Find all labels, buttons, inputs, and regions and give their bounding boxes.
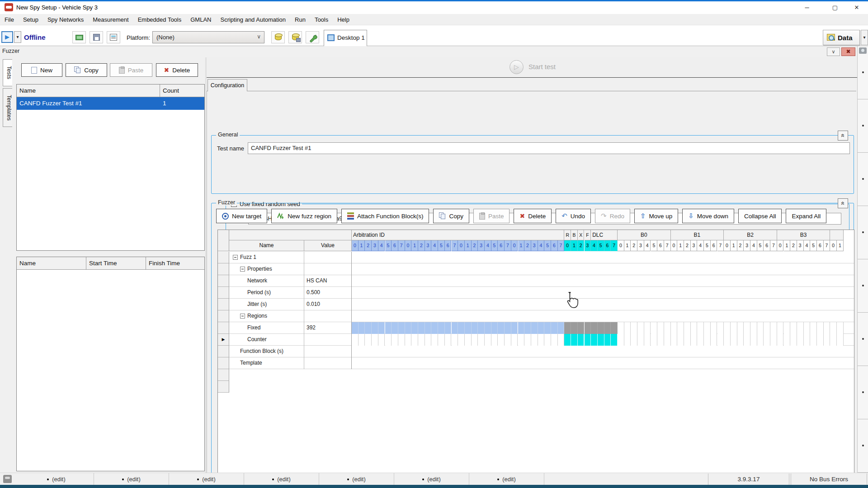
row-value-cell[interactable] bbox=[304, 346, 352, 357]
column-header-finish-time[interactable]: Finish Time bbox=[146, 257, 204, 269]
panel-chevron-icon[interactable]: ∨ bbox=[827, 47, 840, 56]
collapse-fuzzer-icon[interactable]: « bbox=[838, 198, 848, 208]
row-gutter-cell[interactable] bbox=[218, 322, 229, 334]
close-icon[interactable]: ✕ bbox=[846, 1, 867, 14]
row-value-cell[interactable]: HS CAN bbox=[304, 275, 352, 287]
fixed-region-cell[interactable] bbox=[544, 322, 551, 334]
counter-region-cell[interactable] bbox=[524, 334, 531, 346]
counter-region-cell[interactable] bbox=[764, 334, 770, 346]
grid-row-fuzz-1[interactable]: Fuzz 1 bbox=[218, 252, 854, 263]
row-gutter-cell[interactable] bbox=[218, 346, 229, 357]
redo-button[interactable]: ↷Redo bbox=[595, 209, 630, 223]
counter-region-cell[interactable] bbox=[478, 334, 485, 346]
delete-button[interactable]: ✖Delete bbox=[514, 209, 552, 223]
fixed-region-cell[interactable] bbox=[790, 322, 797, 334]
fixed-region-cell[interactable] bbox=[684, 322, 691, 334]
fixed-region-cell[interactable] bbox=[538, 322, 545, 334]
fixed-region-cell[interactable] bbox=[578, 322, 585, 334]
row-gutter-cell[interactable] bbox=[218, 252, 229, 263]
fixed-region-cell[interactable] bbox=[392, 322, 398, 334]
fixed-region-cell[interactable] bbox=[677, 322, 684, 334]
fixed-region-cell[interactable] bbox=[505, 322, 511, 334]
fixed-region-cell[interactable] bbox=[524, 322, 531, 334]
menu-item-help[interactable]: Help bbox=[333, 14, 354, 25]
fixed-region-cell[interactable] bbox=[618, 322, 624, 334]
counter-region-cell[interactable] bbox=[677, 334, 684, 346]
side-tab-tests[interactable]: Tests bbox=[3, 59, 12, 86]
counter-region-cell[interactable] bbox=[651, 334, 658, 346]
row-gutter-cell[interactable] bbox=[218, 381, 229, 393]
counter-region-cell[interactable] bbox=[591, 334, 598, 346]
row-gutter-cell[interactable] bbox=[218, 369, 229, 381]
fixed-region-cell[interactable] bbox=[531, 322, 538, 334]
counter-region-cell[interactable] bbox=[418, 334, 425, 346]
undo-button[interactable]: ↶Undo bbox=[556, 209, 591, 223]
dock-strip-cell[interactable] bbox=[858, 366, 868, 419]
grid-row-function-block-s-[interactable]: Function Block (s) bbox=[218, 346, 854, 357]
counter-region-cell[interactable] bbox=[691, 334, 698, 346]
fixed-region-cell[interactable] bbox=[797, 322, 804, 334]
dock-strip-cell[interactable] bbox=[858, 153, 868, 206]
messages-view-icon[interactable] bbox=[107, 31, 120, 43]
counter-region-cell[interactable] bbox=[365, 334, 372, 346]
row-value-cell[interactable]: 0.010 bbox=[304, 299, 352, 310]
fixed-region-cell[interactable] bbox=[784, 322, 791, 334]
row-value-cell[interactable] bbox=[304, 263, 352, 275]
counter-region-cell[interactable] bbox=[770, 334, 777, 346]
fixed-region-cell[interactable] bbox=[671, 322, 678, 334]
menu-item-setup[interactable]: Setup bbox=[19, 14, 43, 25]
counter-region-cell[interactable] bbox=[604, 334, 611, 346]
grid-row-network[interactable]: NetworkHS CAN bbox=[218, 275, 854, 287]
counter-region-cell[interactable] bbox=[790, 334, 797, 346]
setup-wrench-icon[interactable] bbox=[306, 31, 319, 43]
tab-desktop-1[interactable]: Desktop 1 bbox=[324, 30, 367, 46]
fixed-region-cell[interactable] bbox=[458, 322, 465, 334]
collapse-expander-icon[interactable] bbox=[240, 267, 245, 272]
fixed-region-cell[interactable] bbox=[637, 322, 644, 334]
counter-region-cell[interactable] bbox=[491, 334, 498, 346]
counter-region-cell[interactable] bbox=[571, 334, 578, 346]
counter-region-cell[interactable] bbox=[411, 334, 418, 346]
fixed-region-cell[interactable] bbox=[817, 322, 824, 334]
save-icon[interactable] bbox=[90, 31, 103, 43]
fixed-region-cell[interactable] bbox=[431, 322, 438, 334]
row-gutter-cell[interactable] bbox=[218, 299, 229, 310]
fixed-region-cell[interactable] bbox=[352, 322, 359, 334]
counter-region-cell[interactable] bbox=[618, 334, 624, 346]
fixed-region-cell[interactable] bbox=[777, 322, 784, 334]
counter-region-cell[interactable] bbox=[425, 334, 432, 346]
fixed-region-cell[interactable] bbox=[491, 322, 498, 334]
fixed-region-cell[interactable] bbox=[478, 322, 485, 334]
fixed-region-cell[interactable] bbox=[657, 322, 664, 334]
counter-region-cell[interactable] bbox=[777, 334, 784, 346]
fixed-region-cell[interactable] bbox=[372, 322, 378, 334]
counter-region-cell[interactable] bbox=[531, 334, 538, 346]
fixed-region-cell[interactable] bbox=[418, 322, 425, 334]
fixed-region-cell[interactable] bbox=[691, 322, 698, 334]
menu-item-tools[interactable]: Tools bbox=[310, 14, 333, 25]
row-value-cell[interactable]: 392 bbox=[304, 322, 352, 334]
data-dropdown-button[interactable]: ▾ bbox=[861, 30, 868, 45]
menu-item-measurement[interactable]: Measurement bbox=[88, 14, 133, 25]
fixed-region-cell[interactable] bbox=[551, 322, 558, 334]
counter-region-cell[interactable] bbox=[511, 334, 518, 346]
fixed-region-cell[interactable] bbox=[485, 322, 491, 334]
new-button[interactable]: New bbox=[21, 63, 62, 77]
test-name-input[interactable]: CANFD Fuzzer Test #1 bbox=[248, 142, 850, 154]
fixed-region-cell[interactable] bbox=[804, 322, 811, 334]
run-play-button[interactable]: ▶ bbox=[1, 31, 13, 43]
counter-region-cell[interactable] bbox=[784, 334, 791, 346]
counter-region-cell[interactable] bbox=[684, 334, 691, 346]
start-test-play-icon[interactable]: ▷ bbox=[509, 60, 524, 74]
grid-row-template[interactable]: Template bbox=[218, 357, 854, 369]
menu-item-embedded-tools[interactable]: Embedded Tools bbox=[133, 14, 186, 25]
column-header-name[interactable]: Name bbox=[17, 84, 160, 97]
counter-region-cell[interactable] bbox=[717, 334, 724, 346]
database-icon[interactable] bbox=[271, 31, 285, 43]
counter-region-cell[interactable] bbox=[359, 334, 365, 346]
counter-region-cell[interactable] bbox=[392, 334, 398, 346]
fixed-region-cell[interactable] bbox=[405, 322, 412, 334]
counter-region-cell[interactable] bbox=[830, 334, 837, 346]
column-header-start-time[interactable]: Start Time bbox=[86, 257, 146, 269]
status-edit-segment[interactable]: (edit) bbox=[94, 473, 169, 485]
